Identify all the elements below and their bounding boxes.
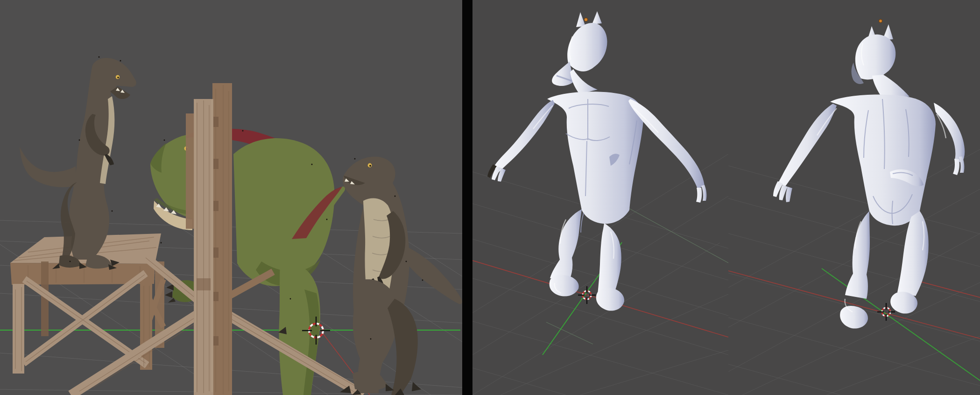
back-view-background <box>728 0 980 395</box>
object-origin-dot <box>584 18 587 21</box>
object-origin-dot <box>879 20 882 23</box>
screenshot-stage <box>0 0 980 395</box>
viewport-model-back[interactable] <box>728 0 980 395</box>
viewport-splitter[interactable] <box>462 0 472 395</box>
viewport-model-front[interactable] <box>472 0 728 395</box>
viewport-scene[interactable] <box>0 0 462 395</box>
